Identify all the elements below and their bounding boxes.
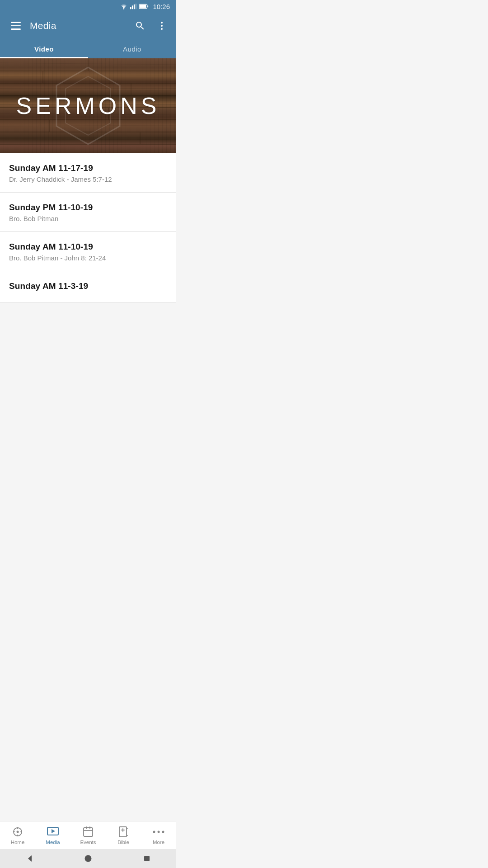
svg-point-0 (123, 8, 125, 9)
sermon-subtitle-0: Dr. Jerry Chaddick - James 5:7-12 (9, 175, 167, 183)
svg-rect-3 (134, 5, 135, 9)
battery-icon (139, 4, 149, 9)
sermon-title-3: Sunday AM 11-3-19 (9, 281, 167, 291)
sermon-title-0: Sunday AM 11-17-19 (9, 163, 167, 173)
sermon-item-1[interactable]: Sunday PM 11-10-19 Bro. Bob Pitman (0, 193, 176, 232)
app-bar: Media (0, 13, 176, 39)
status-icons: 10:26 (120, 3, 170, 10)
svg-rect-7 (140, 5, 146, 8)
sermon-title-2: Sunday AM 11-10-19 (9, 242, 167, 252)
menu-icon (11, 22, 21, 23)
sermon-item-0[interactable]: Sunday AM 11-17-19 Dr. Jerry Chaddick - … (0, 153, 176, 193)
sermon-list: Sunday AM 11-17-19 Dr. Jerry Chaddick - … (0, 153, 176, 303)
app-bar-actions (133, 19, 169, 33)
sermons-title: SERMONS (16, 92, 160, 119)
menu-icon (11, 25, 21, 27)
tab-video[interactable]: Video (0, 39, 88, 58)
tab-audio[interactable]: Audio (88, 39, 176, 58)
svg-rect-2 (132, 5, 133, 9)
more-vert-icon (156, 20, 167, 31)
menu-icon (11, 28, 21, 30)
sermon-subtitle-1: Bro. Bob Pitman (9, 215, 167, 222)
status-time: 10:26 (153, 3, 170, 10)
sermon-title-1: Sunday PM 11-10-19 (9, 203, 167, 212)
svg-point-9 (161, 25, 163, 27)
sermon-item-2[interactable]: Sunday AM 11-10-19 Bro. Bob Pitman - Joh… (0, 232, 176, 271)
svg-point-10 (161, 28, 163, 30)
svg-rect-4 (136, 4, 136, 9)
menu-button[interactable] (7, 18, 24, 33)
sermons-banner: SERMONS (0, 58, 176, 153)
status-bar: 10:26 (0, 0, 176, 13)
search-icon (135, 20, 145, 31)
wifi-icon (120, 3, 128, 9)
svg-point-8 (161, 22, 163, 24)
svg-rect-1 (130, 7, 131, 9)
media-tabs: Video Audio (0, 39, 176, 58)
sermon-item-3[interactable]: Sunday AM 11-3-19 (0, 271, 176, 303)
search-button[interactable] (133, 19, 147, 33)
svg-rect-6 (147, 5, 148, 7)
more-options-button[interactable] (155, 19, 169, 33)
signal-icon (130, 3, 136, 9)
page-title: Media (30, 20, 133, 31)
sermon-subtitle-2: Bro. Bob Pitman - John 8: 21-24 (9, 254, 167, 262)
